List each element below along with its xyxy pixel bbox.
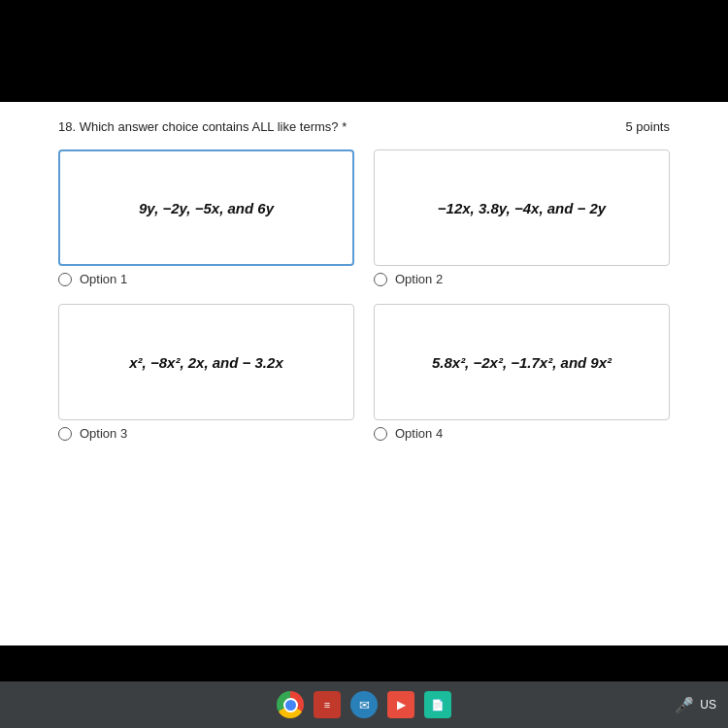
option-label-1: Option 1 (80, 272, 127, 286)
option-label-row-3[interactable]: Option 3 (58, 426, 354, 441)
question-text: 18. Which answer choice contains ALL lik… (58, 119, 347, 134)
option-label-row-2[interactable]: Option 2 (374, 272, 670, 286)
option-radio-1[interactable] (58, 273, 72, 286)
chrome-icon[interactable] (277, 691, 304, 718)
taskbar: ≡ ✉ ▶ 📄 🎤 US (0, 681, 728, 728)
options-grid: 9y, −2y, −5x, and 6y −12x, 3.8y, −4x, an… (58, 149, 670, 458)
youtube-icon[interactable]: ▶ (387, 691, 414, 718)
taskbar-right: 🎤 US (675, 696, 716, 714)
question-body: Which answer choice contains ALL like te… (80, 119, 339, 134)
option-radio-2[interactable] (374, 273, 387, 286)
option-math-1: 9y, −2y, −5x, and 6y (139, 200, 274, 216)
question-required: * (342, 119, 347, 134)
option-label-2: Option 2 (395, 272, 443, 286)
option-box-2[interactable]: −12x, 3.8y, −4x, and − 2y (374, 149, 670, 266)
option-math-3: x², −8x², 2x, and − 3.2x (129, 354, 282, 371)
question-number: 18. (58, 119, 76, 134)
option-label-4: Option 4 (395, 426, 443, 441)
option-radio-3[interactable] (58, 427, 72, 441)
option-math-2: −12x, 3.8y, −4x, and − 2y (438, 200, 606, 216)
docs-icon[interactable]: 📄 (424, 691, 451, 718)
option-radio-4[interactable] (374, 427, 387, 441)
option-math-4: 5.8x², −2x², −1.7x², and 9x² (432, 354, 612, 371)
option-label-3: Option 3 (80, 426, 127, 441)
mail-icon[interactable]: ✉ (350, 691, 378, 718)
option-box-1[interactable]: 9y, −2y, −5x, and 6y (58, 149, 354, 266)
taskbar-center: ≡ ✉ ▶ 📄 (277, 691, 451, 718)
option-label-row-4[interactable]: Option 4 (374, 426, 670, 441)
points-label: 5 points (625, 119, 670, 134)
sheets-icon[interactable]: ≡ (314, 691, 341, 718)
option-box-3[interactable]: x², −8x², 2x, and − 3.2x (58, 304, 354, 420)
option-box-4[interactable]: 5.8x², −2x², −1.7x², and 9x² (374, 304, 670, 420)
question-header: 18. Which answer choice contains ALL lik… (58, 119, 670, 134)
option-label-row-1[interactable]: Option 1 (58, 272, 354, 286)
quiz-screen: 18. Which answer choice contains ALL lik… (0, 102, 728, 645)
microphone-icon[interactable]: 🎤 (675, 696, 694, 714)
locale-label: US (700, 698, 716, 711)
